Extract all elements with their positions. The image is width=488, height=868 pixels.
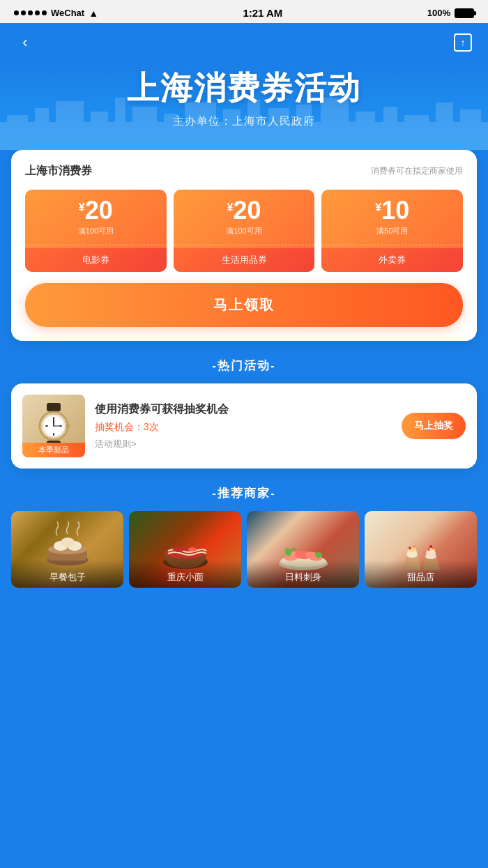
svg-point-41 [188, 547, 197, 551]
claim-button[interactable]: 马上领取 [25, 283, 463, 327]
svg-rect-9 [223, 109, 241, 150]
battery-icon [455, 8, 474, 18]
merchant-label-dessert: 甜品店 [365, 560, 477, 588]
svg-rect-29 [66, 424, 70, 428]
hero-section: 上海消费券活动 主办单位：上海市人民政府 [0, 62, 488, 150]
svg-rect-19 [47, 403, 61, 411]
coupon-card: 上海市消费券 消费券可在指定商家使用 ¥20 满100可用 电影券 ¥20 [11, 150, 477, 341]
battery-fill [456, 10, 473, 17]
coupon-prefix-movie: ¥ [79, 202, 85, 213]
back-button[interactable]: ‹ [14, 31, 36, 54]
svg-rect-5 [115, 98, 125, 150]
svg-rect-18 [460, 109, 481, 150]
coupon-item-movie[interactable]: ¥20 满100可用 电影券 [25, 190, 167, 272]
coupons-row: ¥20 满100可用 电影券 ¥20 满100可用 生活用品券 [25, 190, 463, 272]
svg-point-61 [429, 545, 432, 548]
city-bg-svg [0, 94, 488, 150]
svg-rect-7 [164, 114, 178, 150]
activity-card: 本季新品 使用消费券可获得抽奖机会 抽奖机会：3次 活动规则> 马上抽奖 [11, 383, 477, 469]
svg-rect-24 [53, 433, 54, 436]
svg-rect-4 [91, 112, 108, 150]
coupon-divider-life [174, 245, 315, 245]
share-icon [454, 33, 472, 52]
coupon-top-life: ¥20 满100可用 [174, 190, 315, 242]
coupon-card-note: 消费券可在指定商家使用 [371, 165, 463, 177]
signal-dots [14, 10, 47, 15]
svg-point-50 [315, 552, 322, 558]
share-button[interactable] [452, 31, 474, 54]
coupon-card-header: 上海市消费券 消费券可在指定商家使用 [25, 164, 463, 178]
wifi-icon: ▲ [89, 8, 98, 19]
merchant-item-noodle[interactable]: 重庆小面 [129, 511, 241, 588]
svg-point-54 [409, 547, 411, 549]
svg-rect-15 [383, 107, 397, 150]
svg-rect-2 [35, 108, 49, 150]
coupon-divider-delivery [321, 245, 463, 245]
svg-point-59 [427, 548, 430, 551]
coupon-condition-movie: 满100可用 [31, 226, 161, 236]
hot-activities-title: -热门活动- [11, 358, 477, 374]
merchant-label-noodle: 重庆小面 [129, 560, 241, 588]
coupon-prefix-delivery: ¥ [375, 202, 381, 213]
battery-percent: 100% [427, 8, 450, 18]
svg-rect-12 [296, 105, 312, 150]
coupon-condition-life: 满100可用 [179, 226, 310, 236]
coupon-top-movie: ¥20 满100可用 [25, 190, 167, 242]
svg-rect-1 [7, 115, 28, 150]
coupon-type-delivery: 外卖券 [321, 248, 463, 272]
svg-point-55 [413, 545, 415, 548]
merchant-label-dimsum: 早餐包子 [11, 560, 123, 588]
coupon-amount-life: ¥20 [179, 198, 310, 223]
svg-rect-17 [436, 102, 453, 150]
coupon-type-movie: 电影券 [25, 248, 167, 272]
coupon-condition-delivery: 满50可用 [327, 226, 457, 236]
carrier-label: WeChat [51, 8, 84, 18]
merchants-grid: 早餐包子 重庆小面 [11, 511, 477, 588]
activity-badge: 本季新品 [22, 443, 85, 457]
status-left: WeChat ▲ [14, 8, 98, 19]
svg-rect-13 [321, 98, 349, 150]
svg-rect-25 [45, 425, 48, 427]
svg-rect-16 [404, 115, 429, 150]
svg-rect-3 [56, 101, 84, 150]
activity-chance: 抽奖机会：3次 [95, 421, 392, 434]
status-bar: WeChat ▲ 1:21 AM 100% [0, 0, 488, 23]
svg-rect-8 [185, 102, 216, 150]
activity-image-wrapper: 本季新品 [22, 395, 85, 457]
status-time: 1:21 AM [243, 7, 282, 19]
nav-bar: ‹ [0, 23, 488, 62]
activity-info: 使用消费券可获得抽奖机会 抽奖机会：3次 活动规则> [95, 402, 392, 450]
main-content: 上海市消费券 消费券可在指定商家使用 ¥20 满100可用 电影券 ¥20 [0, 150, 488, 602]
merchant-label-sashimi: 日料刺身 [247, 560, 359, 588]
coupon-top-delivery: ¥10 满50可用 [321, 190, 463, 242]
activity-rules[interactable]: 活动规则> [95, 438, 392, 450]
svg-rect-6 [132, 107, 157, 150]
merchant-item-dessert[interactable]: 甜品店 [365, 511, 477, 588]
merchant-item-dimsum[interactable]: 早餐包子 [11, 511, 123, 588]
coupon-amount-delivery: ¥10 [327, 198, 457, 223]
coupon-type-life: 生活用品券 [174, 248, 315, 272]
svg-rect-10 [247, 100, 260, 150]
svg-point-37 [61, 538, 75, 547]
svg-rect-14 [356, 112, 375, 150]
lottery-button[interactable]: 马上抽奖 [402, 413, 466, 439]
coupon-item-life[interactable]: ¥20 满100可用 生活用品券 [174, 190, 315, 272]
merchant-item-sashimi[interactable]: 日料刺身 [247, 511, 359, 588]
status-right: 100% [427, 8, 474, 18]
svg-rect-11 [268, 108, 289, 150]
coupon-amount-movie: ¥20 [31, 198, 161, 223]
activity-title: 使用消费券可获得抽奖机会 [95, 402, 392, 417]
svg-point-40 [173, 547, 184, 552]
merchants-section-title: -推荐商家- [11, 485, 477, 501]
coupon-item-delivery[interactable]: ¥10 满50可用 外卖券 [321, 190, 463, 272]
coupon-divider-movie [25, 245, 167, 245]
coupon-card-title: 上海市消费券 [25, 164, 92, 178]
